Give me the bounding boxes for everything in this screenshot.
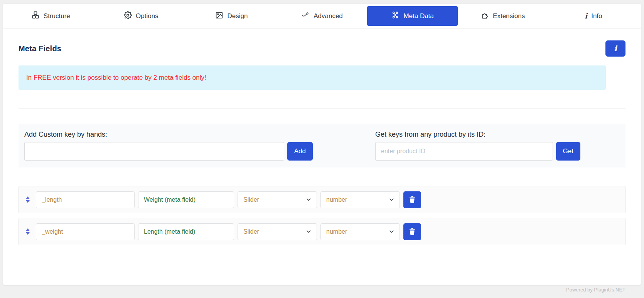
structure-icon: [31, 11, 40, 21]
custom-key-input[interactable]: [24, 142, 284, 161]
tab-label: Meta Data: [403, 12, 433, 20]
chevron-down-icon: [305, 228, 312, 235]
add-key-label: Add Custom key by hands:: [24, 131, 313, 139]
data-type-select-value: number: [326, 196, 347, 203]
options-icon: [124, 11, 132, 21]
trash-icon: [408, 196, 416, 204]
info-button[interactable]: i: [605, 40, 625, 57]
tab-design[interactable]: Design: [186, 6, 277, 26]
chevron-down-icon: [388, 228, 395, 235]
view-select[interactable]: Slider: [238, 191, 317, 208]
meta-title-input[interactable]: [138, 223, 234, 240]
extensions-icon: [481, 11, 489, 21]
delete-row-button[interactable]: [403, 223, 421, 240]
divider: [19, 109, 625, 109]
get-keys-group: Get keys from any product by its ID: Get: [375, 131, 580, 161]
tab-label: Info: [591, 12, 602, 20]
tab-label: Design: [227, 12, 248, 20]
meta-row: Slider number: [19, 218, 625, 245]
tab-bar: Structure Options Design Advanced Meta D…: [3, 4, 641, 28]
get-keys-label: Get keys from any product by its ID:: [375, 131, 580, 139]
sort-handle[interactable]: [24, 228, 31, 235]
data-type-select[interactable]: number: [320, 191, 400, 208]
meta-row: Slider number: [19, 186, 625, 213]
design-icon: [215, 11, 223, 21]
view-select[interactable]: Slider: [238, 223, 317, 240]
sort-up-icon: [26, 228, 30, 231]
advanced-icon: [301, 11, 310, 21]
keys-panel: Add Custom key by hands: Add Get keys fr…: [19, 124, 625, 167]
trash-icon: [408, 228, 416, 236]
meta-rows: Slider number Slider: [19, 186, 625, 245]
sort-handle[interactable]: [24, 196, 31, 203]
get-button[interactable]: Get: [556, 142, 580, 161]
add-button[interactable]: Add: [287, 142, 313, 161]
view-select-value: Slider: [243, 196, 259, 203]
meta-data-panel: Meta Fields i In FREE version it is poss…: [3, 40, 641, 245]
powered-by-link[interactable]: Powered by PluginUs.NET: [566, 287, 625, 293]
free-version-notice: In FREE version it is possible to operat…: [19, 65, 606, 90]
tab-info[interactable]: i Info: [548, 6, 639, 26]
meta-title-input[interactable]: [138, 191, 234, 208]
tab-label: Structure: [44, 12, 70, 20]
tab-label: Extensions: [493, 12, 525, 20]
settings-card: Structure Options Design Advanced Meta D…: [3, 4, 641, 285]
page-title: Meta Fields: [19, 44, 61, 53]
data-type-select[interactable]: number: [320, 223, 400, 240]
chevron-down-icon: [388, 196, 395, 203]
sort-up-icon: [26, 196, 30, 199]
tab-extensions[interactable]: Extensions: [458, 6, 548, 26]
sort-down-icon: [26, 232, 30, 235]
tab-label: Options: [136, 12, 158, 20]
meta-data-icon: [391, 11, 400, 21]
delete-row-button[interactable]: [403, 191, 421, 208]
tab-options[interactable]: Options: [96, 6, 187, 26]
notice-text: In FREE version it is possible to operat…: [26, 74, 206, 82]
sort-down-icon: [26, 200, 30, 203]
data-type-select-value: number: [326, 228, 347, 235]
product-id-input[interactable]: [375, 142, 553, 161]
info-icon: i: [585, 12, 587, 20]
chevron-down-icon: [305, 196, 312, 203]
add-key-group: Add Custom key by hands: Add: [24, 131, 313, 161]
tab-meta-data[interactable]: Meta Data: [367, 6, 458, 26]
meta-key-input[interactable]: [36, 223, 135, 240]
meta-key-input[interactable]: [36, 191, 135, 208]
tab-advanced[interactable]: Advanced: [277, 6, 368, 26]
tab-structure[interactable]: Structure: [5, 6, 96, 26]
tab-label: Advanced: [314, 12, 343, 20]
view-select-value: Slider: [243, 228, 259, 235]
